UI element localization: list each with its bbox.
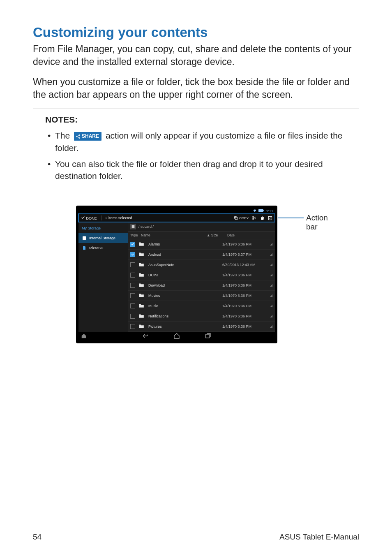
folder-icon	[138, 324, 144, 329]
page-heading: Customizing your contents	[33, 25, 359, 40]
col-name[interactable]: Name	[141, 233, 207, 237]
action-bar: DONE 2 items selected COPY	[78, 214, 275, 222]
row-checkbox[interactable]	[130, 314, 135, 319]
path-root-icon[interactable]	[130, 224, 136, 229]
note-item-1: • The SHARE action will only appear if y…	[48, 130, 359, 154]
table-row[interactable]: Download1/4/1970 6:36 PM◢	[128, 280, 275, 291]
column-header[interactable]: Type Name ▲ Size Date	[128, 232, 275, 239]
file-date: 1/4/1970 6:36 PM	[222, 314, 267, 318]
row-checkbox[interactable]	[130, 242, 135, 247]
col-date[interactable]: Date	[227, 233, 272, 237]
svg-rect-6	[235, 218, 238, 220]
storage-icon	[82, 236, 87, 241]
row-expand-icon[interactable]: ◢	[267, 263, 272, 266]
delete-button[interactable]	[260, 216, 265, 220]
file-name: Pictures	[148, 324, 222, 329]
file-name: Movies	[148, 294, 222, 298]
row-expand-icon[interactable]: ◢	[267, 242, 272, 246]
done-button[interactable]: DONE	[81, 215, 97, 220]
home-outline-icon	[173, 333, 180, 339]
row-expand-icon[interactable]: ◢	[267, 252, 272, 256]
file-date: 1/4/1970 6:36 PM	[222, 304, 267, 308]
svg-point-2	[79, 137, 80, 139]
copy-label: COPY	[239, 216, 249, 220]
wifi-icon	[253, 208, 257, 213]
table-row[interactable]: Music1/4/1970 6:36 PM◢	[128, 301, 275, 311]
table-row[interactable]: AsusSuperNote6/30/2013 12:43 AM◢	[128, 260, 275, 270]
file-name: Download	[148, 283, 222, 287]
folder-icon	[138, 282, 144, 288]
nav-back[interactable]	[142, 333, 149, 340]
notes-title: NOTES:	[45, 115, 359, 125]
note-item-2: • You can also tick the file or folder t…	[48, 158, 359, 182]
row-checkbox[interactable]	[130, 324, 135, 329]
status-bar: 1:11	[78, 208, 275, 214]
manual-title: ASUS Tablet E-Manual	[279, 533, 359, 542]
done-label: DONE	[86, 216, 97, 220]
col-type[interactable]: Type	[130, 233, 141, 237]
table-row[interactable]: DCIM1/4/1970 6:36 PM◢	[128, 270, 275, 280]
row-checkbox[interactable]	[130, 283, 135, 288]
callout-line	[278, 218, 304, 218]
check-icon	[81, 215, 85, 220]
note-1-pre: The	[55, 131, 70, 140]
folder-icon	[138, 313, 144, 319]
intro-paragraph-1: From File Manager, you can copy, cut, sh…	[33, 43, 359, 68]
page-footer: 54 ASUS Tablet E-Manual	[33, 533, 359, 542]
row-expand-icon[interactable]: ◢	[267, 273, 272, 277]
select-all-button[interactable]	[268, 216, 272, 220]
file-date: 1/4/1970 6:36 PM	[222, 294, 267, 298]
sidebar-item-sd[interactable]: MicroSD	[78, 243, 128, 253]
table-row[interactable]: Alarms1/4/1970 6:36 PM◢	[128, 239, 275, 250]
svg-rect-3	[258, 209, 263, 212]
svg-rect-11	[132, 225, 135, 228]
file-date: 6/30/2013 12:43 AM	[222, 263, 267, 267]
row-checkbox[interactable]	[130, 252, 135, 257]
bullet-icon: •	[48, 130, 55, 141]
table-row[interactable]: Notifications1/4/1970 6:36 PM◢	[128, 311, 275, 322]
svg-point-1	[76, 136, 78, 137]
nav-recent[interactable]	[205, 333, 211, 340]
cut-button[interactable]	[252, 215, 257, 220]
folder-icon	[138, 293, 144, 299]
row-checkbox[interactable]	[130, 273, 135, 278]
copy-button[interactable]: COPY	[234, 216, 249, 220]
file-name: Music	[148, 304, 222, 308]
sort-caret-icon: ▲	[207, 233, 210, 237]
page-number: 54	[33, 533, 42, 542]
sidebar-item-internal[interactable]: Internal Storage	[78, 233, 128, 243]
row-expand-icon[interactable]: ◢	[267, 283, 272, 287]
row-expand-icon[interactable]: ◢	[267, 324, 272, 328]
sidebar: My Storage Internal Storage MicroSD	[78, 222, 128, 332]
col-size[interactable]: ▲ Size	[207, 233, 227, 237]
share-chip-label: SHARE	[82, 133, 99, 140]
sidebar-item-label: Internal Storage	[89, 236, 115, 240]
row-expand-icon[interactable]: ◢	[267, 294, 272, 297]
nav-home[interactable]	[173, 333, 180, 340]
device-frame: 1:11 DONE 2 items selected COPY	[76, 206, 277, 343]
scissors-icon	[252, 215, 257, 220]
notes-section: NOTES: • The SHARE action will only appe…	[33, 109, 359, 193]
folder-icon	[138, 241, 144, 247]
row-expand-icon[interactable]: ◢	[267, 304, 272, 308]
home-shortcut[interactable]	[81, 333, 87, 340]
nav-bar	[78, 332, 275, 341]
table-row[interactable]: Pictures1/4/1970 6:36 PM◢	[128, 322, 275, 332]
note-2-text: You can also tick the file or folder the…	[55, 158, 359, 182]
file-date: 1/4/1970 6:36 PM	[222, 324, 267, 329]
table-row[interactable]: Android1/4/1970 6:37 PM◢	[128, 250, 275, 260]
file-date: 1/4/1970 6:36 PM	[222, 273, 267, 277]
path-bar[interactable]: / sdcard /	[128, 222, 275, 232]
table-row[interactable]: Movies1/4/1970 6:36 PM◢	[128, 291, 275, 301]
sidebar-title: My Storage	[78, 225, 128, 233]
row-checkbox[interactable]	[130, 293, 135, 298]
row-checkbox[interactable]	[130, 303, 135, 308]
row-checkbox[interactable]	[130, 262, 135, 267]
sidebar-item-label: MicroSD	[89, 246, 104, 250]
folder-icon	[138, 303, 144, 309]
row-expand-icon[interactable]: ◢	[267, 314, 272, 318]
intro-paragraph-2: When you customize a file or folder, tic…	[33, 76, 359, 101]
path-text: / sdcard /	[138, 225, 154, 229]
battery-icon	[258, 209, 264, 213]
trash-icon	[260, 216, 265, 220]
